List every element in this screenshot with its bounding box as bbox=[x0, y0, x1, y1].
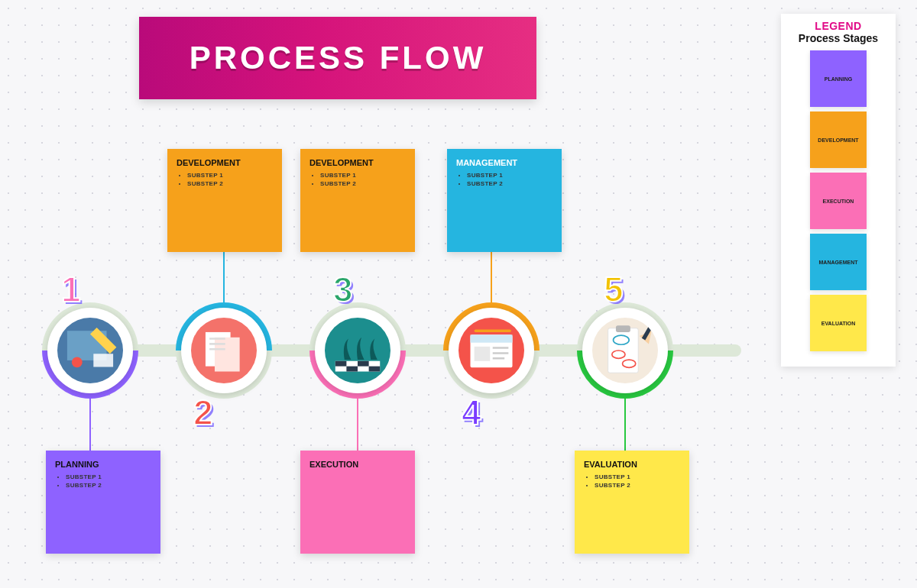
browser-icon bbox=[458, 318, 524, 383]
card-title: MANAGEMENT bbox=[456, 158, 552, 167]
list-item: SUBSTEP 2 bbox=[66, 482, 151, 489]
card-title: DEVELOPMENT bbox=[309, 158, 406, 167]
clipboard-icon bbox=[592, 318, 658, 383]
svg-rect-2 bbox=[93, 354, 113, 367]
legend-swatch-execution: EXECUTION bbox=[810, 173, 867, 229]
document-icon bbox=[191, 318, 257, 383]
legend-title: LEGEND bbox=[789, 20, 888, 32]
card-substeps: SUBSTEP 1 SUBSTEP 2 bbox=[66, 473, 151, 489]
legend-swatch-planning: PLANNING bbox=[810, 50, 867, 107]
card-title: DEVELOPMENT bbox=[177, 158, 273, 167]
card-substeps: SUBSTEP 1 SUBSTEP 2 bbox=[595, 473, 680, 489]
card-substeps: SUBSTEP 1 SUBSTEP 2 bbox=[467, 172, 552, 187]
card-title: EXECUTION bbox=[309, 460, 406, 469]
legend-swatch-development: DEVELOPMENT bbox=[810, 111, 867, 168]
svg-rect-21 bbox=[616, 325, 630, 332]
title-banner: PROCESS FLOW bbox=[139, 17, 536, 99]
legend-swatch-evaluation: EVALUATION bbox=[810, 295, 867, 351]
list-item: SUBSTEP 2 bbox=[187, 180, 273, 187]
step-node-4[interactable] bbox=[449, 308, 534, 393]
list-item: SUBSTEP 1 bbox=[187, 172, 273, 179]
step-disc bbox=[47, 308, 133, 393]
legend-subtitle: Process Stages bbox=[789, 32, 888, 44]
card-title: EVALUATION bbox=[584, 460, 680, 469]
svg-rect-11 bbox=[346, 367, 358, 372]
card-substeps: SUBSTEP 1 SUBSTEP 2 bbox=[320, 172, 406, 187]
svg-rect-4 bbox=[215, 338, 240, 372]
step-number-1: 1 bbox=[61, 269, 81, 310]
card-development-a[interactable]: DEVELOPMENT SUBSTEP 1 SUBSTEP 2 bbox=[167, 149, 282, 252]
planning-icon bbox=[57, 318, 123, 383]
svg-point-1 bbox=[72, 357, 83, 368]
legend-swatch-management: MANAGEMENT bbox=[810, 234, 867, 290]
chess-icon bbox=[325, 318, 390, 383]
list-item: SUBSTEP 1 bbox=[595, 473, 680, 480]
step-disc bbox=[449, 308, 534, 393]
svg-rect-10 bbox=[358, 361, 369, 367]
list-item: SUBSTEP 1 bbox=[320, 172, 406, 179]
list-item: SUBSTEP 2 bbox=[320, 180, 406, 187]
card-development-b[interactable]: DEVELOPMENT SUBSTEP 1 SUBSTEP 2 bbox=[300, 149, 415, 252]
svg-rect-12 bbox=[369, 367, 381, 372]
title-text: PROCESS FLOW bbox=[190, 40, 487, 76]
step-disc bbox=[582, 308, 668, 393]
list-item: SUBSTEP 1 bbox=[467, 172, 552, 179]
list-item: SUBSTEP 2 bbox=[467, 180, 552, 187]
step-node-5[interactable] bbox=[582, 308, 668, 393]
connector-1 bbox=[89, 399, 91, 451]
step-number-3: 3 bbox=[333, 269, 353, 310]
step-node-3[interactable] bbox=[315, 308, 400, 393]
list-item: SUBSTEP 1 bbox=[66, 473, 151, 480]
svg-rect-14 bbox=[470, 334, 512, 342]
card-substeps: SUBSTEP 1 SUBSTEP 2 bbox=[187, 172, 273, 187]
legend-panel: LEGEND Process Stages PLANNING DEVELOPME… bbox=[781, 14, 896, 367]
step-number-2: 2 bbox=[193, 392, 213, 433]
connector-5 bbox=[624, 399, 626, 451]
connector-3 bbox=[357, 399, 358, 451]
connector-4 bbox=[491, 252, 492, 304]
svg-rect-19 bbox=[475, 329, 511, 331]
card-title: PLANNING bbox=[55, 460, 151, 469]
card-execution[interactable]: EXECUTION bbox=[300, 451, 415, 554]
step-node-2[interactable] bbox=[181, 308, 267, 393]
step-number-5: 5 bbox=[604, 269, 624, 310]
card-evaluation[interactable]: EVALUATION SUBSTEP 1 SUBSTEP 2 bbox=[575, 451, 689, 554]
connector-2 bbox=[223, 252, 225, 304]
step-disc bbox=[181, 308, 267, 393]
step-number-4: 4 bbox=[462, 392, 481, 433]
card-management[interactable]: MANAGEMENT SUBSTEP 1 SUBSTEP 2 bbox=[447, 149, 562, 252]
svg-rect-9 bbox=[335, 361, 347, 367]
step-node-1[interactable] bbox=[47, 308, 133, 393]
list-item: SUBSTEP 2 bbox=[595, 482, 680, 489]
step-disc bbox=[315, 308, 400, 393]
svg-rect-15 bbox=[475, 347, 491, 361]
card-planning[interactable]: PLANNING SUBSTEP 1 SUBSTEP 2 bbox=[46, 451, 160, 554]
